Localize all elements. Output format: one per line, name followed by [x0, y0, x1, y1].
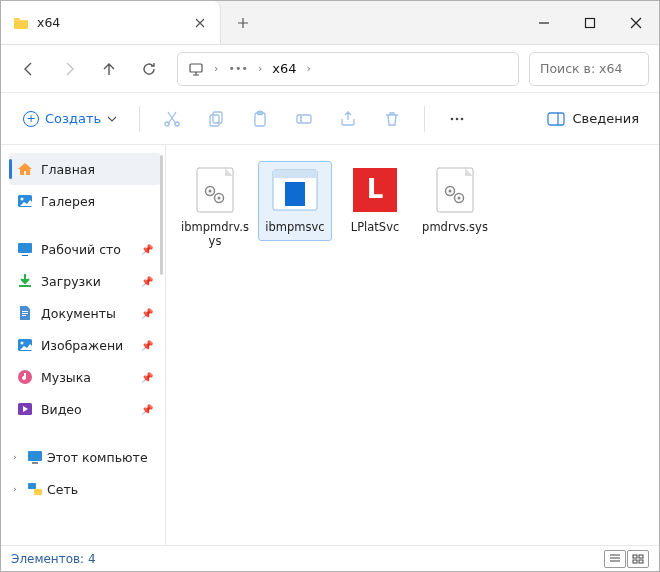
sidebar-item-label: Музыка	[41, 370, 91, 385]
downloads-icon	[17, 273, 33, 289]
back-button[interactable]	[11, 51, 47, 87]
sidebar-item-gallery[interactable]: Галерея	[9, 185, 161, 217]
file-item[interactable]: ibmpmdrv.sys	[178, 161, 252, 256]
svg-rect-4	[210, 115, 219, 126]
tab-x64[interactable]: x64	[1, 1, 221, 44]
svg-rect-30	[273, 170, 317, 178]
search-box[interactable]	[529, 52, 649, 86]
sidebar-item-label: Этот компьюте	[47, 450, 148, 465]
sidebar-item-downloads[interactable]: Загрузки 📌	[9, 265, 161, 297]
details-pane-button[interactable]: Сведения	[539, 101, 648, 137]
file-thumb	[431, 166, 479, 214]
svg-rect-42	[639, 560, 643, 563]
file-thumb	[191, 166, 239, 214]
svg-rect-23	[34, 489, 42, 495]
svg-rect-40	[639, 555, 643, 558]
svg-point-14	[21, 198, 24, 201]
pin-icon: 📌	[141, 340, 153, 351]
new-button[interactable]: + Создать	[13, 101, 127, 137]
pin-icon: 📌	[141, 404, 153, 415]
paste-button[interactable]	[240, 101, 280, 137]
status-count-label: Элементов:	[11, 552, 84, 566]
svg-rect-1	[190, 64, 202, 72]
chevron-right-icon: ›	[13, 452, 23, 462]
chevron-down-icon	[107, 114, 117, 124]
documents-icon	[17, 305, 33, 321]
svg-rect-22	[28, 483, 36, 489]
sidebar-item-desktop[interactable]: Рабочий сто 📌	[9, 233, 161, 265]
svg-text:L: L	[367, 174, 384, 204]
plus-circle-icon: +	[23, 111, 39, 127]
ellipsis-icon[interactable]: •••	[228, 62, 247, 75]
sidebar-item-this-pc[interactable]: › Этот компьюте	[9, 441, 161, 473]
forward-button[interactable]	[51, 51, 87, 87]
details-pane-label: Сведения	[573, 111, 640, 126]
divider	[139, 106, 140, 132]
file-item[interactable]: pmdrvs.sys	[418, 161, 492, 241]
svg-point-3	[175, 122, 179, 126]
sidebar-item-label: Сеть	[47, 482, 78, 497]
sidebar-item-music[interactable]: Музыка 📌	[9, 361, 161, 393]
more-button[interactable]	[437, 101, 477, 137]
svg-point-11	[461, 117, 464, 120]
chevron-right-icon[interactable]: ›	[307, 62, 311, 75]
sidebar-item-pictures[interactable]: Изображени 📌	[9, 329, 161, 361]
svg-rect-5	[213, 112, 222, 123]
svg-rect-20	[28, 451, 42, 461]
pin-icon: 📌	[141, 372, 153, 383]
svg-point-2	[165, 122, 169, 126]
tab-close-button[interactable]	[192, 15, 208, 31]
address-bar[interactable]: › ••• › x64 ›	[177, 52, 519, 86]
file-item[interactable]: LLPlatSvc	[338, 161, 412, 241]
file-item[interactable]: ibmpmsvc	[258, 161, 332, 241]
svg-rect-21	[32, 462, 38, 464]
svg-point-36	[449, 190, 452, 193]
file-thumb: L	[351, 166, 399, 214]
sidebar-item-label: Изображени	[41, 338, 123, 353]
sidebar-item-label: Галерея	[41, 194, 95, 209]
rename-button[interactable]	[284, 101, 324, 137]
window-controls	[521, 1, 659, 44]
divider	[424, 106, 425, 132]
chevron-right-icon: ›	[258, 62, 262, 75]
sidebar-item-label: Загрузки	[41, 274, 101, 289]
videos-icon	[17, 401, 33, 417]
file-thumb	[271, 166, 319, 214]
sidebar-item-network[interactable]: › Сеть	[9, 473, 161, 505]
file-label: pmdrvs.sys	[422, 220, 488, 234]
sidebar-item-label: Документы	[41, 306, 116, 321]
svg-point-26	[209, 190, 212, 193]
breadcrumb-current[interactable]: x64	[272, 61, 296, 76]
sidebar: Главная Галерея Рабочий сто 📌 Загрузки 📌…	[1, 145, 166, 545]
gallery-icon	[17, 193, 33, 209]
sidebar-item-label: Рабочий сто	[41, 242, 121, 257]
tab-title: x64	[37, 15, 184, 30]
view-list-button[interactable]	[604, 550, 626, 568]
refresh-button[interactable]	[131, 51, 167, 87]
pin-icon: 📌	[141, 276, 153, 287]
svg-point-28	[218, 197, 221, 200]
new-tab-button[interactable]	[221, 1, 265, 44]
share-button[interactable]	[328, 101, 368, 137]
sidebar-item-home[interactable]: Главная	[9, 153, 161, 185]
close-button[interactable]	[613, 1, 659, 44]
delete-button[interactable]	[372, 101, 412, 137]
sidebar-item-videos[interactable]: Видео 📌	[9, 393, 161, 425]
music-icon	[17, 369, 33, 385]
search-input[interactable]	[540, 61, 638, 76]
copy-button[interactable]	[196, 101, 236, 137]
file-view[interactable]: ibmpmdrv.sysibmpmsvcLLPlatSvcpmdrvs.sys	[166, 145, 659, 545]
cut-button[interactable]	[152, 101, 192, 137]
svg-point-38	[458, 197, 461, 200]
view-grid-button[interactable]	[627, 550, 649, 568]
svg-rect-0	[586, 18, 595, 27]
svg-point-9	[451, 117, 454, 120]
sidebar-item-documents[interactable]: Документы 📌	[9, 297, 161, 329]
up-button[interactable]	[91, 51, 127, 87]
minimize-button[interactable]	[521, 1, 567, 44]
details-pane-icon	[547, 112, 565, 126]
chevron-right-icon: ›	[214, 62, 218, 75]
svg-point-10	[456, 117, 459, 120]
maximize-button[interactable]	[567, 1, 613, 44]
svg-rect-31	[285, 182, 305, 206]
